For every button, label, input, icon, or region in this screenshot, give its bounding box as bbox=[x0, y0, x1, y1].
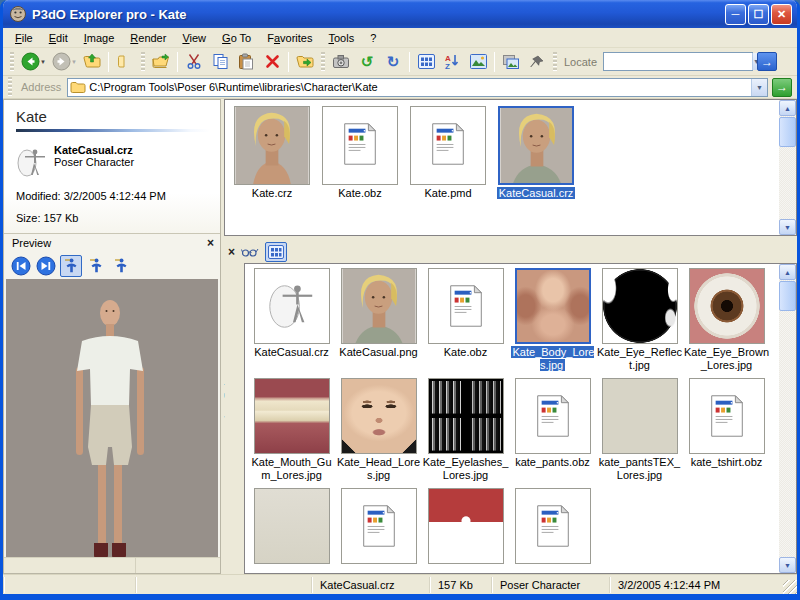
indepth-close-icon[interactable]: × bbox=[228, 246, 235, 258]
menu-item-?[interactable]: ? bbox=[362, 30, 384, 46]
thumbnails-view-button[interactable] bbox=[413, 50, 439, 74]
indepth-scrollbar[interactable]: ▲ ▼ bbox=[779, 264, 796, 573]
file-thumbnail[interactable] bbox=[341, 268, 417, 344]
scrollbar-thumb[interactable] bbox=[779, 117, 796, 147]
file-thumbnail[interactable] bbox=[428, 268, 504, 344]
file-list-scrollbar[interactable]: ▲ ▼ bbox=[779, 100, 796, 235]
close-button[interactable]: ✕ bbox=[771, 4, 792, 25]
camera-button[interactable] bbox=[328, 50, 354, 74]
menu-item-favorites[interactable]: Favorites bbox=[259, 30, 320, 46]
file-item[interactable]: kate_pants.obz bbox=[509, 378, 596, 483]
skip-first-button[interactable] bbox=[10, 255, 32, 277]
file-item[interactable]: Kate_Mouth_Gum_Lores.jpg bbox=[248, 378, 335, 483]
file-thumbnail[interactable] bbox=[515, 488, 591, 564]
file-item[interactable]: Kate.pmd bbox=[404, 106, 492, 233]
pose-figure-1-button[interactable] bbox=[60, 255, 82, 277]
scroll-up-icon[interactable]: ▲ bbox=[779, 100, 796, 116]
address-dropdown-icon[interactable]: ▼ bbox=[751, 79, 767, 96]
file-thumbnail[interactable] bbox=[341, 488, 417, 564]
rotate-right-button[interactable]: ↻ bbox=[380, 50, 406, 74]
copy-image-button[interactable] bbox=[498, 50, 524, 74]
file-item[interactable]: Kate_Eye_Reflect.jpg bbox=[596, 268, 683, 373]
tab-indepth[interactable]: InDepth bbox=[224, 383, 226, 422]
menu-item-tools[interactable]: Tools bbox=[320, 30, 362, 46]
menu-item-view[interactable]: View bbox=[174, 30, 214, 46]
scroll-up-icon[interactable]: ▲ bbox=[779, 264, 796, 280]
file-thumbnail[interactable] bbox=[341, 378, 417, 454]
file-thumbnail[interactable] bbox=[234, 106, 310, 185]
menu-item-edit[interactable]: Edit bbox=[41, 30, 76, 46]
toolbar-grip[interactable] bbox=[141, 52, 145, 72]
file-thumbnail[interactable] bbox=[602, 268, 678, 344]
file-item[interactable] bbox=[422, 488, 509, 564]
locate-go-button[interactable]: → bbox=[757, 52, 777, 71]
cut-button[interactable] bbox=[181, 50, 207, 74]
file-thumbnail[interactable] bbox=[689, 378, 765, 454]
folder-button[interactable] bbox=[112, 50, 138, 74]
file-item[interactable]: kate_pantsTEX_Lores.jpg bbox=[596, 378, 683, 483]
pose-figure-3-button[interactable] bbox=[110, 255, 132, 277]
address-go-button[interactable]: → bbox=[772, 78, 792, 97]
file-thumbnail[interactable] bbox=[515, 268, 591, 344]
file-item[interactable]: KateCasual.crz bbox=[492, 106, 580, 233]
delete-button[interactable] bbox=[259, 50, 285, 74]
minimize-button[interactable]: ─ bbox=[725, 4, 746, 25]
file-thumbnail[interactable] bbox=[689, 268, 765, 344]
file-item[interactable]: KateCasual.png bbox=[335, 268, 422, 373]
resize-grip[interactable] bbox=[783, 580, 797, 594]
file-item[interactable]: Kate_Body_Lores.jpg bbox=[509, 268, 596, 373]
file-item[interactable] bbox=[509, 488, 596, 564]
file-item[interactable]: kate_tshirt.obz bbox=[683, 378, 770, 483]
file-item[interactable]: Kate.obz bbox=[422, 268, 509, 373]
export-folder-button[interactable] bbox=[292, 50, 318, 74]
toolbar-grip[interactable] bbox=[10, 52, 14, 72]
preview-canvas[interactable] bbox=[6, 279, 218, 557]
glasses-icon[interactable] bbox=[239, 242, 261, 262]
menu-item-render[interactable]: Render bbox=[122, 30, 174, 46]
menu-item-image[interactable]: Image bbox=[76, 30, 123, 46]
locate-combobox[interactable]: ▼ bbox=[603, 52, 753, 71]
menu-item-go-to[interactable]: Go To bbox=[214, 30, 259, 46]
locate-input[interactable] bbox=[604, 53, 752, 70]
sort-az-button[interactable]: AZ bbox=[439, 50, 465, 74]
back-button[interactable] bbox=[17, 50, 43, 74]
rotate-left-button[interactable]: ↺ bbox=[354, 50, 380, 74]
titlebar[interactable]: P3dO Explorer pro - Kate ─ ☐ ✕ bbox=[3, 0, 797, 28]
thumbnail-grid-icon[interactable] bbox=[265, 242, 287, 262]
image-view-button[interactable] bbox=[465, 50, 491, 74]
file-item[interactable]: Kate.obz bbox=[316, 106, 404, 233]
scrollbar-thumb[interactable] bbox=[779, 281, 796, 311]
pose-figure-2-button[interactable] bbox=[85, 255, 107, 277]
file-item[interactable]: KateCasual.crz bbox=[248, 268, 335, 373]
file-item[interactable]: Kate_Eye_Brown_Lores.jpg bbox=[683, 268, 770, 373]
up-folder-button[interactable] bbox=[79, 50, 105, 74]
pin-button[interactable] bbox=[524, 50, 550, 74]
scroll-down-icon[interactable]: ▼ bbox=[779, 219, 796, 235]
file-thumbnail[interactable] bbox=[254, 378, 330, 454]
addressbar-grip[interactable] bbox=[8, 77, 12, 97]
file-thumbnail[interactable] bbox=[498, 106, 574, 185]
file-item[interactable] bbox=[335, 488, 422, 564]
forward-button[interactable] bbox=[48, 50, 74, 74]
skip-forward-button[interactable] bbox=[35, 255, 57, 277]
file-item[interactable]: Kate_Head_Lores.jpg bbox=[335, 378, 422, 483]
file-item[interactable]: Kate.crz bbox=[228, 106, 316, 233]
menu-item-file[interactable]: File bbox=[7, 30, 41, 46]
file-thumbnail[interactable] bbox=[254, 268, 330, 344]
paste-button[interactable] bbox=[233, 50, 259, 74]
file-thumbnail[interactable] bbox=[602, 378, 678, 454]
file-item[interactable]: Kate_Eyelashes_Lores.jpg bbox=[422, 378, 509, 483]
toolbar-grip[interactable] bbox=[553, 52, 557, 72]
toolbar-grip[interactable] bbox=[321, 52, 325, 72]
preview-close-icon[interactable]: × bbox=[207, 237, 214, 249]
file-thumbnail[interactable] bbox=[428, 378, 504, 454]
file-thumbnail[interactable] bbox=[322, 106, 398, 185]
maximize-button[interactable]: ☐ bbox=[748, 4, 769, 25]
file-thumbnail[interactable] bbox=[410, 106, 486, 185]
open-folder-button[interactable] bbox=[148, 50, 174, 74]
file-thumbnail[interactable] bbox=[254, 488, 330, 564]
file-thumbnail[interactable] bbox=[515, 378, 591, 454]
file-item[interactable] bbox=[248, 488, 335, 564]
copy-button[interactable] bbox=[207, 50, 233, 74]
file-thumbnail[interactable] bbox=[428, 488, 504, 564]
